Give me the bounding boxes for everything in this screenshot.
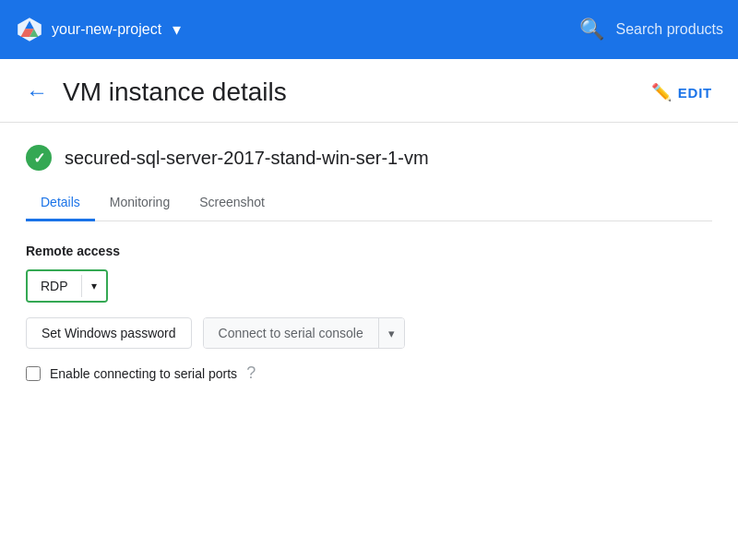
search-area[interactable]: 🔍 Search products xyxy=(579,18,723,42)
main-content: secured-sql-server-2017-stand-win-ser-1-… xyxy=(0,123,738,405)
serial-console-dropdown-button[interactable]: ▾ xyxy=(378,318,404,348)
instance-name: secured-sql-server-2017-stand-win-ser-1-… xyxy=(65,148,429,169)
enable-serial-ports-row: Enable connecting to serial ports ? xyxy=(26,363,712,383)
connect-serial-console-button[interactable]: Connect to serial console xyxy=(204,318,378,348)
edit-button[interactable]: ✏️ EDIT xyxy=(651,82,712,102)
search-icon: 🔍 xyxy=(579,18,604,42)
page-header: ← VM instance details ✏️ EDIT xyxy=(0,59,738,123)
tab-screenshot[interactable]: Screenshot xyxy=(184,185,280,221)
rdp-dropdown-container[interactable]: RDP ▾ xyxy=(26,269,108,303)
tabs-bar: Details Monitoring Screenshot xyxy=(26,185,712,221)
help-icon[interactable]: ? xyxy=(246,363,256,383)
edit-icon: ✏️ xyxy=(651,82,673,102)
remote-access-section: Remote access RDP ▾ Set Windows password… xyxy=(26,244,712,383)
edit-label: EDIT xyxy=(678,85,712,101)
back-button[interactable]: ← xyxy=(26,79,48,105)
action-buttons-row: Set Windows password Connect to serial c… xyxy=(26,317,712,349)
rdp-button[interactable]: RDP xyxy=(28,271,81,301)
project-name: your-new-project xyxy=(52,21,161,38)
chevron-down-icon: ▾ xyxy=(91,280,97,292)
instance-header-row: secured-sql-server-2017-stand-win-ser-1-… xyxy=(26,145,712,171)
tab-details[interactable]: Details xyxy=(26,185,95,221)
enable-serial-ports-checkbox[interactable] xyxy=(26,366,41,381)
serial-console-container: Connect to serial console ▾ xyxy=(203,317,405,349)
tab-monitoring[interactable]: Monitoring xyxy=(95,185,184,221)
enable-serial-ports-label: Enable connecting to serial ports xyxy=(50,366,237,381)
top-navbar: your-new-project ▾ 🔍 Search products xyxy=(0,0,738,59)
status-running-icon xyxy=(26,145,52,171)
set-windows-password-button[interactable]: Set Windows password xyxy=(26,317,192,349)
chevron-down-icon-serial: ▾ xyxy=(388,327,395,340)
remote-access-label: Remote access xyxy=(26,244,712,258)
search-label: Search products xyxy=(615,21,723,38)
project-dropdown-icon[interactable]: ▾ xyxy=(173,19,181,40)
rdp-dropdown-arrow[interactable]: ▾ xyxy=(82,271,106,301)
gcp-logo-icon xyxy=(15,15,44,44)
page-title: VM instance details xyxy=(63,77,651,107)
project-selector[interactable]: your-new-project ▾ xyxy=(15,15,181,44)
